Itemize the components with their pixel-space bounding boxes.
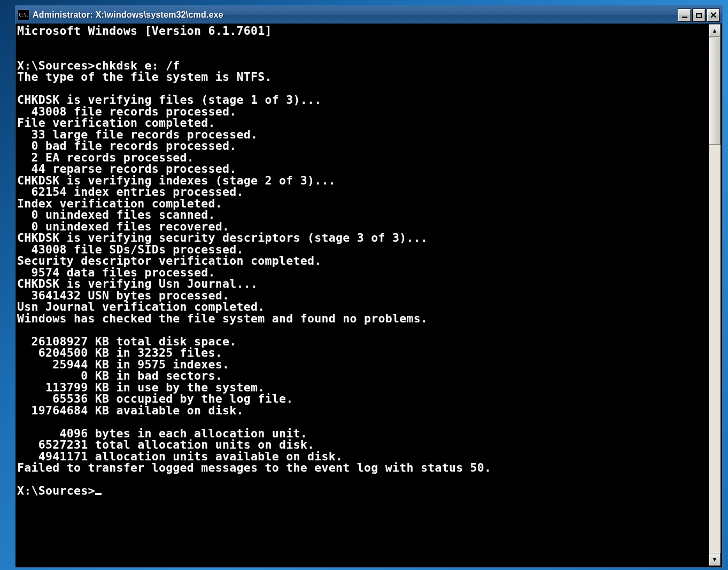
scroll-down-button[interactable]: ▼ [709,553,721,566]
window-title: Administrator: X:\windows\system32\cmd.e… [33,10,677,20]
scroll-track[interactable] [709,37,721,553]
client-area: Microsoft Windows [Version 6.1.7601] X:\… [17,24,721,566]
console-text: Microsoft Windows [Version 6.1.7601] X:\… [17,24,491,474]
cursor [95,493,102,495]
close-icon: ✕ [710,11,717,20]
scroll-thumb[interactable] [709,37,721,145]
titlebar[interactable]: C:\. Administrator: X:\windows\system32\… [16,6,722,24]
maximize-button[interactable] [692,9,706,22]
close-button[interactable]: ✕ [707,9,720,22]
cmd-window: C:\. Administrator: X:\windows\system32\… [15,5,723,568]
window-controls: ✕ [677,9,720,21]
minimize-icon [682,17,687,18]
system-menu-icon[interactable]: C:\. [18,10,29,20]
console-prompt: X:\Sources> [17,484,95,497]
scroll-up-button[interactable]: ▲ [709,24,721,37]
vertical-scrollbar[interactable]: ▲ ▼ [708,24,721,566]
maximize-icon [696,13,702,18]
console-output[interactable]: Microsoft Windows [Version 6.1.7601] X:\… [17,24,708,566]
minimize-button[interactable] [678,9,691,22]
